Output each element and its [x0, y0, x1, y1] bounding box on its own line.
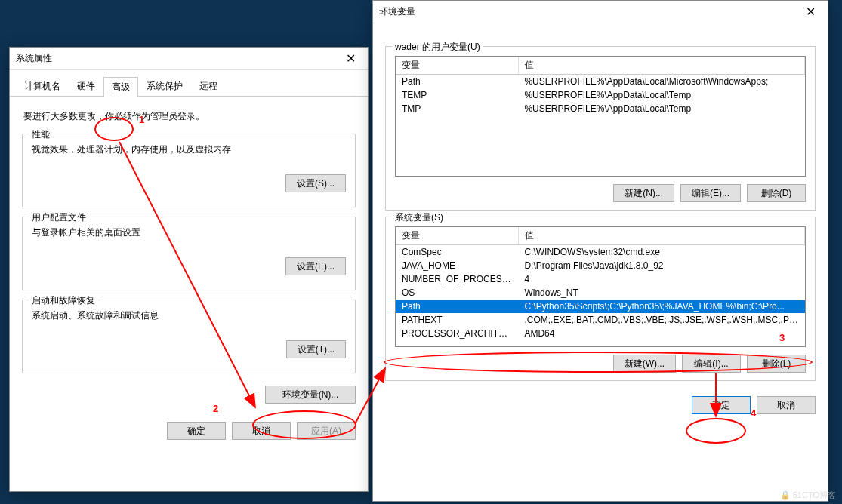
table-row[interactable]: OSWindows_NT — [396, 286, 805, 300]
dialog-title: 环境变量 — [379, 5, 415, 18]
sys-edit-button[interactable]: 编辑(I)... — [682, 355, 741, 373]
var-value: Windows_NT — [518, 286, 804, 300]
table-row[interactable]: PROCESSOR_ARCHITECT...AMD64 — [396, 327, 805, 340]
var-name: JAVA_HOME — [396, 259, 518, 272]
close-icon[interactable]: ✕ — [334, 48, 368, 70]
tab-hardware[interactable]: 硬件 — [69, 76, 103, 96]
cancel-button[interactable]: 取消 — [757, 396, 816, 414]
apply-button[interactable]: 应用(A) — [297, 422, 356, 440]
sys-new-button[interactable]: 新建(W)... — [613, 355, 676, 373]
sys-delete-button[interactable]: 删除(L) — [747, 355, 806, 373]
table-row[interactable]: TEMP%USERPROFILE%\AppData\Local\Temp — [396, 88, 805, 102]
cancel-button[interactable]: 取消 — [232, 422, 291, 440]
user-delete-button[interactable]: 删除(D) — [747, 184, 806, 202]
system-properties-dialog: 系统属性 ✕ 计算机名 硬件 高级 系统保护 远程 要进行大多数更改，你必须作为… — [9, 47, 369, 492]
var-value: C:\Python35\Scripts\;C:\Python35\;%JAVA_… — [518, 300, 804, 313]
startup-recovery-group: 启动和故障恢复 系统启动、系统故障和调试信息 设置(T)... — [22, 300, 356, 373]
var-value: D:\Program Files\Java\jdk1.8.0_92 — [518, 259, 804, 272]
tab-computer-name[interactable]: 计算机名 — [16, 76, 69, 96]
user-profile-desc: 与登录帐户相关的桌面设置 — [32, 226, 346, 239]
user-variables-table: 变量 值 Path%USERPROFILE%\AppData\Local\Mic… — [396, 57, 805, 115]
col-value[interactable]: 值 — [518, 227, 804, 245]
table-row[interactable]: Path%USERPROFILE%\AppData\Local\Microsof… — [396, 75, 805, 89]
performance-desc: 视觉效果，处理器计划，内存使用，以及虚拟内存 — [32, 143, 346, 156]
performance-group: 性能 视觉效果，处理器计划，内存使用，以及虚拟内存 设置(S)... — [22, 134, 356, 207]
var-value: 4 — [518, 272, 804, 286]
var-value: %USERPROFILE%\AppData\Local\Temp — [518, 88, 804, 102]
performance-title: 性能 — [29, 128, 53, 141]
ok-button[interactable]: 确定 — [692, 396, 751, 414]
var-value: %USERPROFILE%\AppData\Local\Temp — [518, 102, 804, 115]
dialog-footer: 确定 取消 — [373, 387, 828, 423]
dialog-footer: 确定 取消 应用(A) — [10, 413, 368, 449]
environment-variables-dialog: 环境变量 ✕ wader 的用户变量(U) 变量 值 Path%USERPROF… — [372, 0, 828, 502]
startup-desc: 系统启动、系统故障和调试信息 — [32, 309, 346, 322]
user-variables-group: wader 的用户变量(U) 变量 值 Path%USERPROFILE%\Ap… — [385, 46, 816, 211]
var-name: PROCESSOR_ARCHITECT... — [396, 327, 518, 340]
system-variables-group: 系统变量(S) 变量 值 ComSpecC:\WINDOWS\system32\… — [385, 217, 816, 381]
table-row[interactable]: PATHEXT.COM;.EXE;.BAT;.CMD;.VBS;.VBE;.JS… — [396, 313, 805, 327]
var-name: PATHEXT — [396, 313, 518, 327]
var-value: AMD64 — [518, 327, 804, 340]
performance-settings-button[interactable]: 设置(S)... — [285, 174, 346, 192]
system-variables-title: 系统变量(S) — [392, 211, 446, 224]
user-edit-button[interactable]: 编辑(E)... — [680, 184, 741, 202]
tab-remote[interactable]: 远程 — [191, 76, 226, 96]
col-variable[interactable]: 变量 — [396, 57, 518, 75]
table-row[interactable]: ComSpecC:\WINDOWS\system32\cmd.exe — [396, 245, 805, 260]
tab-system-protection[interactable]: 系统保护 — [138, 76, 191, 96]
var-name: TEMP — [396, 88, 518, 102]
user-profile-group: 用户配置文件 与登录帐户相关的桌面设置 设置(E)... — [22, 217, 356, 290]
admin-note: 要进行大多数更改，你必须作为管理员登录。 — [23, 110, 356, 123]
system-variables-table-wrap[interactable]: 变量 值 ComSpecC:\WINDOWS\system32\cmd.exeJ… — [395, 226, 806, 347]
col-value[interactable]: 值 — [518, 57, 804, 75]
watermark: 🔒 51CTO博客 — [780, 490, 836, 501]
user-profile-settings-button[interactable]: 设置(E)... — [285, 257, 346, 275]
tab-advanced[interactable]: 高级 — [103, 77, 138, 97]
titlebar: 环境变量 ✕ — [373, 1, 828, 23]
titlebar: 系统属性 ✕ — [10, 48, 368, 70]
startup-title: 启动和故障恢复 — [29, 294, 98, 307]
ok-button[interactable]: 确定 — [167, 422, 226, 440]
table-row[interactable]: PathC:\Python35\Scripts\;C:\Python35\;%J… — [396, 300, 805, 313]
user-new-button[interactable]: 新建(N)... — [613, 184, 674, 202]
var-name: NUMBER_OF_PROCESSORS — [396, 272, 518, 286]
system-variables-table: 变量 值 ComSpecC:\WINDOWS\system32\cmd.exeJ… — [396, 227, 805, 340]
var-value: %USERPROFILE%\AppData\Local\Microsoft\Wi… — [518, 75, 804, 89]
tab-bar: 计算机名 硬件 高级 系统保护 远程 — [10, 70, 368, 97]
var-name: TMP — [396, 102, 518, 115]
tab-content: 要进行大多数更改，你必须作为管理员登录。 性能 视觉效果，处理器计划，内存使用，… — [10, 97, 368, 413]
var-value: C:\WINDOWS\system32\cmd.exe — [518, 245, 804, 260]
col-variable[interactable]: 变量 — [396, 227, 518, 245]
table-row[interactable]: JAVA_HOMED:\Program Files\Java\jdk1.8.0_… — [396, 259, 805, 272]
var-name: Path — [396, 75, 518, 89]
table-row[interactable]: NUMBER_OF_PROCESSORS4 — [396, 272, 805, 286]
environment-variables-button[interactable]: 环境变量(N)... — [265, 386, 356, 404]
var-name: ComSpec — [396, 245, 518, 260]
user-variables-title: wader 的用户变量(U) — [392, 41, 483, 54]
dialog-title: 系统属性 — [16, 52, 52, 65]
var-name: OS — [396, 286, 518, 300]
var-value: .COM;.EXE;.BAT;.CMD;.VBS;.VBE;.JS;.JSE;.… — [518, 313, 804, 327]
startup-settings-button[interactable]: 设置(T)... — [286, 340, 346, 358]
user-variables-table-wrap[interactable]: 变量 值 Path%USERPROFILE%\AppData\Local\Mic… — [395, 56, 806, 177]
table-row[interactable]: TMP%USERPROFILE%\AppData\Local\Temp — [396, 102, 805, 115]
var-name: Path — [396, 300, 518, 313]
close-icon[interactable]: ✕ — [794, 1, 828, 23]
user-profile-title: 用户配置文件 — [29, 211, 89, 224]
